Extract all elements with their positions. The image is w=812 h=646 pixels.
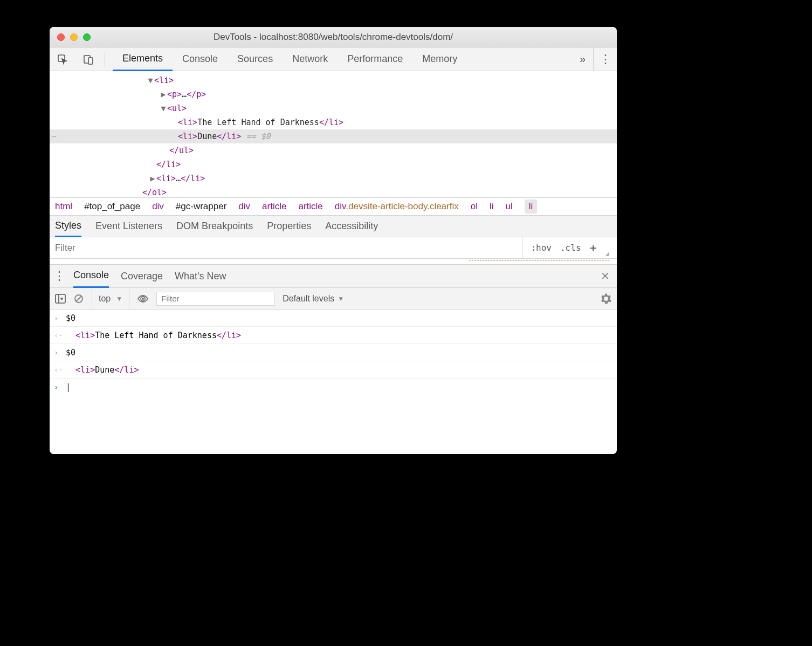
- drawer-menu-icon[interactable]: ⋮: [50, 269, 69, 283]
- console-settings-icon[interactable]: [601, 293, 611, 304]
- clear-console-icon[interactable]: [73, 293, 84, 304]
- styles-filter-input[interactable]: [50, 237, 522, 258]
- dom-tree-line[interactable]: <li>The Left Hand of Darkness</li>: [50, 115, 617, 129]
- chevron-down-icon: ▼: [338, 295, 344, 303]
- close-drawer-icon[interactable]: ✕: [593, 270, 617, 283]
- dom-tree-line[interactable]: ⋯<li>Dune</li> == $0: [50, 129, 617, 143]
- console-prompt[interactable]: ›|: [50, 379, 617, 396]
- inspect-element-icon[interactable]: [50, 54, 75, 65]
- styles-tab-properties[interactable]: Properties: [267, 221, 311, 232]
- drawer-tab-console[interactable]: Console: [73, 264, 109, 288]
- context-selector-label: top: [99, 294, 111, 304]
- toggle-cls-button[interactable]: .cls: [560, 243, 581, 253]
- breadcrumb-item[interactable]: li: [490, 201, 494, 212]
- context-selector[interactable]: top ▼: [92, 288, 129, 309]
- resize-handle-icon[interactable]: ◢: [605, 250, 609, 257]
- drawer-tab-strip: ⋮ ConsoleCoverageWhat's New ✕: [50, 264, 617, 288]
- dom-tree-line[interactable]: </li>: [50, 157, 617, 171]
- styles-tab-dom-breakpoints[interactable]: DOM Breakpoints: [176, 221, 253, 232]
- drawer-tab-what-s-new[interactable]: What's New: [175, 264, 226, 288]
- add-rule-icon[interactable]: +: [590, 241, 597, 255]
- dom-tree-line[interactable]: </ol>: [50, 185, 617, 197]
- breadcrumb-item[interactable]: div.devsite-article-body.clearfix: [335, 201, 459, 212]
- dom-tree-line[interactable]: ▼<li>: [50, 73, 617, 87]
- more-tabs-icon[interactable]: »: [572, 53, 593, 65]
- styles-filter-row: :hov .cls + ◢: [50, 237, 617, 259]
- styles-preview-area: [50, 259, 617, 264]
- breadcrumb-item[interactable]: article: [262, 201, 286, 212]
- zoom-window-icon[interactable]: [83, 33, 91, 41]
- svg-point-5: [142, 298, 144, 300]
- live-expression-icon[interactable]: [137, 294, 149, 303]
- chevron-down-icon: ▼: [116, 295, 122, 303]
- tab-network[interactable]: Network: [283, 47, 338, 71]
- console-line[interactable]: ›$0: [50, 310, 617, 327]
- breadcrumb-item[interactable]: div: [238, 201, 250, 212]
- console-toolbar: top ▼ Default levels ▼: [50, 288, 617, 310]
- breadcrumb[interactable]: html#top_of_pagediv#gc-wrapperdivarticle…: [50, 197, 617, 216]
- tab-console[interactable]: Console: [173, 47, 228, 71]
- styles-tab-event-listeners[interactable]: Event Listeners: [95, 221, 162, 232]
- console-line[interactable]: ‹· <li>Dune</li>: [50, 361, 617, 379]
- separator: [105, 52, 105, 67]
- toggle-device-icon[interactable]: [75, 54, 101, 65]
- titlebar: DevTools - localhost:8080/web/tools/chro…: [50, 27, 617, 47]
- styles-tab-styles[interactable]: Styles: [55, 216, 81, 237]
- devtools-window: DevTools - localhost:8080/web/tools/chro…: [50, 27, 617, 454]
- breadcrumb-item[interactable]: div: [152, 201, 164, 212]
- breadcrumb-item[interactable]: li: [525, 200, 538, 214]
- log-levels-selector[interactable]: Default levels ▼: [283, 294, 344, 304]
- log-levels-label: Default levels: [283, 294, 334, 304]
- dom-tree-line[interactable]: ▶<li>…</li>: [50, 171, 617, 185]
- toggle-hov-button[interactable]: :hov: [531, 243, 552, 253]
- breadcrumb-item[interactable]: #top_of_page: [84, 201, 140, 212]
- console-sidebar-toggle-icon[interactable]: [55, 294, 66, 304]
- console-line[interactable]: ‹· <li>The Left Hand of Darkness</li>: [50, 327, 617, 344]
- dom-tree-line[interactable]: ▼<ul>: [50, 101, 617, 115]
- main-tab-strip: ElementsConsoleSourcesNetworkPerformance…: [50, 47, 617, 71]
- breadcrumb-item[interactable]: html: [55, 201, 72, 212]
- close-window-icon[interactable]: [57, 33, 65, 41]
- breadcrumb-item[interactable]: ul: [506, 201, 513, 212]
- styles-tab-accessibility[interactable]: Accessibility: [325, 221, 378, 232]
- breadcrumb-item[interactable]: #gc-wrapper: [176, 201, 227, 212]
- console-line[interactable]: ›$0: [50, 344, 617, 361]
- tab-memory[interactable]: Memory: [412, 47, 467, 71]
- breadcrumb-item[interactable]: article: [298, 201, 322, 212]
- settings-menu-icon[interactable]: ⋮: [593, 47, 617, 71]
- drawer-tab-coverage[interactable]: Coverage: [121, 264, 163, 288]
- svg-rect-2: [88, 58, 93, 64]
- console-output[interactable]: ›$0‹· <li>The Left Hand of Darkness</li>…: [50, 310, 617, 454]
- dom-tree[interactable]: ▼<li>▶<p>…</p>▼<ul><li>The Left Hand of …: [50, 71, 617, 197]
- breadcrumb-item[interactable]: ol: [471, 201, 478, 212]
- tab-elements[interactable]: Elements: [113, 47, 173, 71]
- minimize-window-icon[interactable]: [70, 33, 78, 41]
- console-filter-input[interactable]: [156, 292, 275, 306]
- tab-performance[interactable]: Performance: [338, 47, 412, 71]
- styles-tab-strip: StylesEvent ListenersDOM BreakpointsProp…: [50, 216, 617, 237]
- tab-sources[interactable]: Sources: [228, 47, 283, 71]
- traffic-lights: [50, 33, 91, 41]
- window-title: DevTools - localhost:8080/web/tools/chro…: [50, 32, 617, 43]
- dom-tree-line[interactable]: ▶<p>…</p>: [50, 87, 617, 101]
- dom-tree-line[interactable]: </ul>: [50, 143, 617, 157]
